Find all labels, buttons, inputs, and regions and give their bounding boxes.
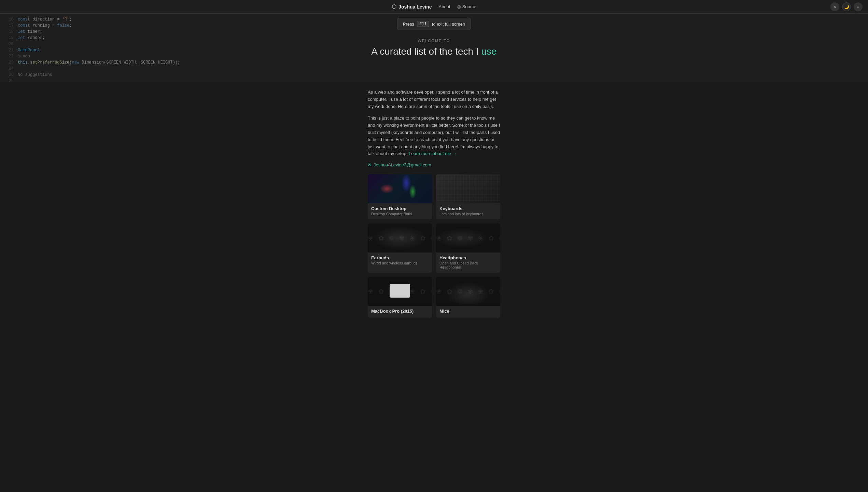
- intro-paragraph-2: This is just a place to point people to …: [368, 115, 500, 158]
- nav-right-controls: ✕ 🌙 ≡: [830, 2, 863, 11]
- brand-icon: ⬡: [392, 3, 396, 10]
- learn-more-link[interactable]: Learn more about me →: [409, 151, 457, 156]
- card-mice[interactable]: Mice: [436, 277, 500, 318]
- card-info-earbuds: Earbuds Wired and wireless earbuds: [368, 252, 432, 269]
- hero-title-accent: use: [481, 46, 497, 57]
- card-title-headphones: Headphones: [439, 255, 497, 260]
- hero-title-start: A curated list of the tech I: [371, 46, 478, 57]
- intro-paragraph-2-text: This is just a place to point people to …: [368, 115, 500, 156]
- fullscreen-toast: Press F11 to exit full screen: [397, 18, 471, 30]
- card-info-macbook: MacBook Pro (2015): [368, 306, 432, 318]
- hero-title: A curated list of the tech I use: [371, 46, 496, 57]
- card-title-custom-desktop: Custom Desktop: [371, 206, 429, 211]
- nav-source-label: Source: [462, 4, 476, 9]
- close-button[interactable]: ✕: [830, 2, 839, 11]
- email-text: JoshuaALevine3@gmail.com: [374, 162, 431, 167]
- theme-toggle-button[interactable]: 🌙: [842, 2, 851, 11]
- card-image-earbuds: [368, 223, 432, 252]
- menu-button[interactable]: ≡: [854, 2, 863, 11]
- card-macbook[interactable]: MacBook Pro (2015): [368, 277, 432, 318]
- card-info-custom-desktop: Custom Desktop Desktop Computer Build: [368, 203, 432, 219]
- source-icon: ◎: [457, 4, 461, 9]
- card-title-keyboards: Keyboards: [439, 206, 497, 211]
- card-image-macbook: [368, 277, 432, 306]
- card-custom-desktop[interactable]: Custom Desktop Desktop Computer Build: [368, 174, 432, 219]
- toast-prefix: Press: [403, 22, 414, 27]
- card-earbuds[interactable]: Earbuds Wired and wireless earbuds: [368, 223, 432, 273]
- nav-about-link[interactable]: About: [439, 4, 450, 9]
- card-info-headphones: Headphones Open and Closed Back Headphon…: [436, 252, 500, 273]
- nav-brand: ⬡ Joshua Levine: [392, 3, 432, 10]
- card-title-macbook: MacBook Pro (2015): [371, 309, 429, 314]
- email-icon: ✉: [368, 162, 372, 167]
- card-keyboards[interactable]: Keyboards Lots and lots of keyboards: [436, 174, 500, 219]
- welcome-label: WELCOME TO: [418, 39, 450, 43]
- card-info-keyboards: Keyboards Lots and lots of keyboards: [436, 203, 500, 219]
- card-desc-earbuds: Wired and wireless earbuds: [371, 261, 429, 265]
- toast-suffix: to exit full screen: [432, 22, 465, 27]
- toast-key: F11: [417, 21, 429, 27]
- card-info-mice: Mice: [436, 306, 500, 318]
- card-title-mice: Mice: [439, 309, 497, 314]
- card-desc-custom-desktop: Desktop Computer Build: [371, 212, 429, 216]
- navigation: ⬡ Joshua Levine About ◎ Source ✕ 🌙 ≡: [0, 0, 868, 14]
- nav-source-link[interactable]: ◎ Source: [457, 4, 476, 9]
- intro-paragraph-1: As a web and software developer, I spend…: [368, 89, 500, 110]
- brand-name: Joshua Levine: [398, 4, 432, 10]
- card-image-mice: [436, 277, 500, 306]
- card-image-custom-desktop: [368, 174, 432, 203]
- main-content: As a web and software developer, I spend…: [362, 82, 506, 331]
- card-headphones[interactable]: Headphones Open and Closed Back Headphon…: [436, 223, 500, 273]
- card-title-earbuds: Earbuds: [371, 255, 429, 260]
- card-desc-headphones: Open and Closed Back Headphones: [439, 261, 497, 269]
- card-image-keyboards: [436, 174, 500, 203]
- card-image-headphones: [436, 223, 500, 252]
- email-link[interactable]: ✉ JoshuaALevine3@gmail.com: [368, 162, 500, 167]
- card-desc-keyboards: Lots and lots of keyboards: [439, 212, 497, 216]
- cards-grid: Custom Desktop Desktop Computer Build Ke…: [368, 174, 500, 318]
